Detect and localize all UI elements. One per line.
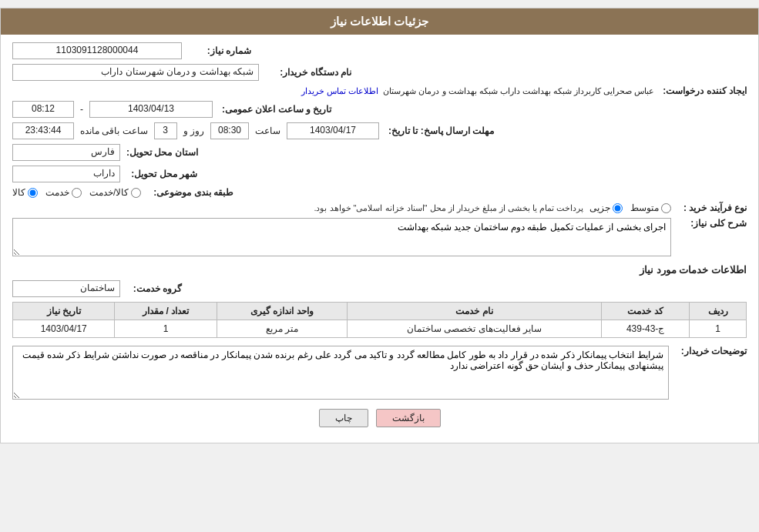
page-title: جزئیات اطلاعات نیاز [331,15,428,28]
service-section: گروه خدمت: ساختمان ردیف کد خدمت نام خدمت… [12,280,747,338]
cell-nam: سایر فعالیت‌های تخصصی ساختمان [348,320,602,338]
nam-dasgah-row: نام دستگاه خریدار: شبکه بهداشت و درمان ش… [12,64,747,81]
ijad-row: ایجاد کننده درخواست: عباس صحرایی کاربردا… [12,85,747,96]
tawzih-textarea[interactable]: شرایط انتخاب پیمانکار ذکر شده در قرار دا… [12,346,669,400]
ijad-link[interactable]: اطلاعات تماس خریدار [301,86,378,95]
tawzih-box: توضیحات خریدار: شرایط انتخاب پیمانکار ذک… [12,346,747,400]
col-tedad: تعداد / مقدار [115,303,217,320]
faraind-label: نوع فرآیند خرید : [677,202,747,213]
tarikh-label: تاریخ و ساعت اعلان عمومی: [216,104,331,115]
tabaqe-radio-group: کالا/خدمت خدمت کالا [12,187,141,198]
ostan-row: استان محل تحویل: فارس [12,144,747,161]
tarikh-row: تاریخ و ساعت اعلان عمومی: 1403/04/13 - 0… [12,101,747,118]
goroh-label: گروه خدمت: [120,283,182,294]
shahr-row: شهر محل تحویل: داراب [12,166,747,182]
sharh-box: شرح کلی نیاز: اجرای بخشی از عملیات تکمیل… [12,218,747,256]
radio-kala[interactable]: کالا [12,187,38,198]
shahr-label: شهر محل تحویل: [120,169,197,179]
tarikh-sep: - [77,104,86,115]
cell-radif: 1 [690,320,747,338]
shomara-row: شماره نیاز: 1103091128000044 [12,42,747,59]
col-kod: کد خدمت [602,303,690,320]
ostan-value: فارس [12,144,120,161]
mohlat-roz-label: روز و [180,125,207,136]
chap-button[interactable]: چاپ [319,409,368,427]
sharh-label: شرح کلی نیاز: [677,218,747,229]
col-tarikh: تاریخ نیاز [13,303,115,320]
tawzih-label: توضیحات خریدار: [675,346,747,356]
shomara-value: 1103091128000044 [12,42,182,59]
nam-dasgah-value: شبکه بهداشت و درمان شهرستان داراب [12,64,259,81]
page-wrapper: جزئیات اطلاعات نیاز شماره نیاز: 11030911… [0,8,759,443]
mohlat-saat-label: ساعت [252,125,284,136]
shomara-label: شماره نیاز: [182,45,251,56]
btn-row: بازگشت چاپ [12,409,747,427]
faraind-radio-group: متوسط جزیی [589,202,671,213]
shahr-value: داراب [12,166,120,182]
nam-dasgah-label: نام دستگاه خریدار: [259,67,351,78]
faraind-desc: پرداخت تمام یا بخشی از مبلغ خریدار از مح… [12,203,583,213]
cell-kod: ج-43-439 [602,320,690,338]
table-row: 1ج-43-439سایر فعالیت‌های تخصصی ساختمانمت… [13,320,747,338]
radio-jozi[interactable]: جزیی [589,202,623,213]
khadamat-title: اطلاعات خدمات مورد نیاز [12,264,747,276]
mohlat-roz: 3 [154,122,177,139]
mohlat-mande: 23:43:44 [12,122,74,139]
radio-kala-khedmat[interactable]: کالا/خدمت [89,187,141,198]
mohlat-date: 1403/04/17 [287,122,379,139]
goroh-value: ساختمان [12,280,120,297]
radio-khedmat[interactable]: خدمت [45,187,82,198]
tabaqe-row: طبقه بندی موضوعی: کالا/خدمت خدمت کالا [12,187,747,198]
col-radif: ردیف [690,303,747,320]
ostan-label: استان محل تحویل: [120,147,198,158]
radio-motavaset[interactable]: متوسط [630,202,671,213]
ijad-label: ایجاد کننده درخواست: [654,85,747,96]
mohlat-mande-label: ساعت باقی مانده [77,125,151,136]
service-table: ردیف کد خدمت نام خدمت واحد اندازه گیری ت… [12,302,747,338]
mohlat-label: مهلت ارسال پاسخ: تا تاریخ: [382,125,494,136]
tabaqe-label: طبقه بندی موضوعی: [147,187,233,198]
bazgasht-button[interactable]: بازگشت [376,409,441,427]
faraind-row: نوع فرآیند خرید : متوسط جزیی پرداخت تمام… [12,202,747,213]
sharh-textarea[interactable]: اجرای بخشی از عملیات تکمیل طبقه دوم ساخت… [12,218,671,256]
cell-tarikh: 1403/04/17 [13,320,115,338]
tarikh-date: 1403/04/13 [89,101,213,118]
page-header: جزئیات اطلاعات نیاز [1,8,758,35]
mohlat-saat: 08:30 [210,122,249,139]
mohlat-row: مهلت ارسال پاسخ: تا تاریخ: 1403/04/17 سا… [12,122,747,139]
cell-vahed: متر مربع [217,320,348,338]
tarikh-time: 08:12 [12,101,74,118]
content: شماره نیاز: 1103091128000044 نام دستگاه … [1,35,758,443]
goroh-row: گروه خدمت: ساختمان [12,280,747,297]
ijad-value: عباس صحرایی کاربرداز شبکه بهداشت داراب ش… [12,86,654,96]
col-nam: نام خدمت [348,303,602,320]
col-vahed: واحد اندازه گیری [217,303,348,320]
cell-tedad: 1 [115,320,217,338]
